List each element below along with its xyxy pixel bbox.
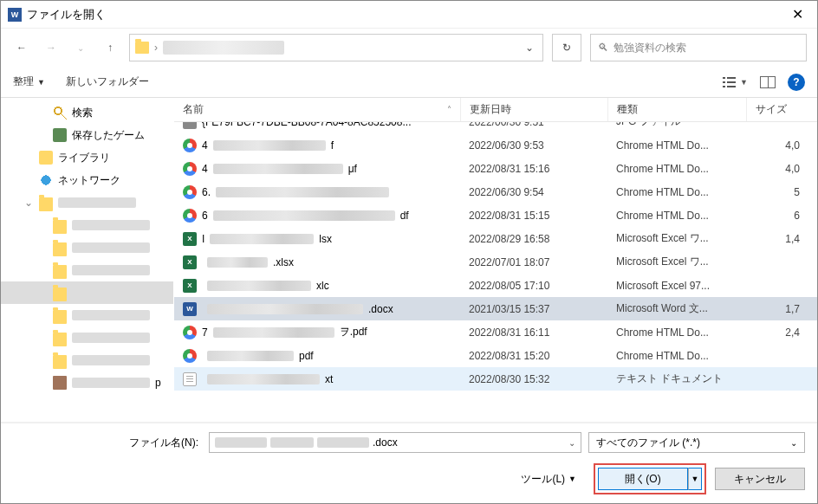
sort-indicator-icon: ˄	[447, 105, 451, 114]
view-options-button[interactable]: ▼	[723, 76, 748, 88]
file-row[interactable]: X.xlsx2022/07/01 18:07Microsoft Excel ワ.…	[174, 250, 817, 274]
column-size[interactable]: サイズ	[746, 98, 817, 121]
file-date: 2022/07/01 18:07	[460, 256, 607, 268]
zip-icon	[53, 376, 67, 390]
chevron-down-icon[interactable]: ⌄	[568, 438, 575, 448]
forward-button[interactable]: →	[41, 37, 62, 58]
help-button[interactable]: ?	[788, 74, 805, 91]
chevron-right-icon: ›	[154, 42, 158, 54]
file-type: Microsoft Excel ワ...	[607, 255, 746, 269]
close-icon[interactable]: ✕	[785, 3, 810, 26]
tree-item[interactable]	[1, 259, 173, 281]
tree-item-label: 保存したゲーム	[72, 128, 145, 143]
tree-item[interactable]: ネットワーク	[1, 169, 173, 191]
file-type: Chrome HTML Do...	[607, 186, 746, 198]
file-row[interactable]: 4μf2022/08/31 15:16Chrome HTML Do...4,0	[174, 157, 817, 180]
filename-blurred	[213, 140, 326, 151]
column-date[interactable]: 更新日時	[460, 98, 607, 121]
tree-item[interactable]: 検索	[1, 101, 173, 124]
chrome-file-icon	[183, 326, 197, 339]
file-row[interactable]: W.docx2021/03/15 15:37Microsoft Word 文..…	[174, 297, 817, 320]
tree-item[interactable]	[1, 236, 173, 259]
preview-pane-icon	[760, 76, 776, 88]
file-row[interactable]: 4f2022/06/30 9:53Chrome HTML Do...4,0	[174, 133, 817, 157]
organize-button[interactable]: 整理 ▼	[13, 74, 45, 89]
folder-icon	[53, 288, 67, 301]
filename-blurred	[207, 257, 268, 268]
open-button-highlight: 開く(O) ▼	[594, 463, 706, 494]
open-button[interactable]: 開く(O)	[598, 468, 688, 490]
file-row[interactable]: 6.2022/06/30 9:54Chrome HTML Do...5	[174, 180, 817, 204]
chevron-down-icon: ▼	[568, 475, 576, 483]
file-type: Chrome HTML Do...	[607, 326, 746, 339]
tree-item[interactable]	[1, 304, 173, 326]
recent-dropdown[interactable]: ⌄	[70, 37, 91, 58]
file-row[interactable]: pdf2022/08/31 15:20Chrome HTML Do...	[174, 344, 817, 367]
tree-item[interactable]	[1, 349, 173, 372]
filename-blurred	[216, 187, 389, 197]
folder-icon	[53, 265, 67, 279]
file-date: 2022/08/31 15:15	[460, 210, 607, 222]
back-button[interactable]: ←	[11, 37, 32, 58]
tree-item-label	[72, 333, 150, 343]
file-row[interactable]: XIlsx2022/08/29 16:58Microsoft Excel ワ..…	[174, 227, 817, 250]
filename-blurred	[213, 210, 395, 221]
up-button[interactable]: ↑	[100, 37, 120, 58]
tree-item[interactable]: p	[1, 372, 173, 394]
excel-file-icon: X	[183, 255, 197, 269]
navigation-tree[interactable]: 検索保存したゲームライブラリネットワーク⌄p	[1, 98, 174, 422]
search-input[interactable]: 🔍︎ 勉強資料の検索	[590, 34, 807, 61]
toolbar: 整理 ▼ 新しいフォルダー ▼ ?	[1, 67, 817, 98]
file-type-filter[interactable]: すべてのファイル (*.*) ⌄	[588, 432, 805, 453]
file-row[interactable]: 6df2022/08/31 15:15Chrome HTML Do...6	[174, 204, 817, 227]
lib-icon	[39, 151, 53, 165]
nav-bar: ← → ⌄ ↑ › ⌄ ↻ 🔍︎ 勉強資料の検索	[1, 29, 817, 67]
tree-item[interactable]	[1, 214, 173, 236]
cancel-button[interactable]: キャンセル	[715, 468, 805, 490]
new-folder-button[interactable]: 新しいフォルダー	[66, 74, 149, 89]
txt-file-icon	[183, 372, 197, 386]
tree-item-label: ネットワーク	[58, 173, 120, 188]
chevron-down-icon: ▼	[37, 78, 45, 87]
file-row[interactable]: Xxlc2022/08/05 17:10Microsoft Excel 97..…	[174, 274, 817, 297]
tree-item-label: ライブラリ	[58, 151, 110, 165]
address-bar[interactable]: › ⌄	[129, 34, 543, 61]
file-size: 6	[746, 210, 817, 222]
file-date: 2022/00/30 9:51	[460, 122, 607, 128]
tree-item-label	[72, 220, 150, 230]
tree-item[interactable]: 保存したゲーム	[1, 124, 173, 146]
path-breadcrumb[interactable]	[163, 41, 284, 55]
file-date: 2022/06/30 9:53	[460, 139, 607, 152]
chrome-file-icon	[183, 209, 197, 223]
file-row[interactable]: xt2022/08/30 15:32テキスト ドキュメント	[174, 367, 817, 391]
chevron-down-icon: ⌄	[790, 438, 797, 448]
column-name[interactable]: 名前 ˄	[174, 98, 460, 121]
file-row[interactable]: {FE79FBC7-7DBE-BB08-7A04-8AC852508...202…	[174, 122, 817, 133]
tree-item-label	[72, 310, 150, 320]
file-date: 2022/08/29 16:58	[460, 233, 607, 245]
file-date: 2022/08/31 15:20	[460, 350, 607, 362]
tree-item[interactable]: ⌄	[1, 191, 173, 214]
filename-input[interactable]: .docx ⌄	[209, 432, 581, 453]
address-dropdown-icon[interactable]: ⌄	[522, 42, 537, 54]
open-split-dropdown[interactable]: ▼	[688, 468, 702, 490]
folder-icon	[135, 42, 149, 54]
folder-icon	[53, 310, 67, 324]
word-app-icon: W	[8, 8, 22, 22]
folder-icon	[39, 197, 53, 211]
refresh-button[interactable]: ↻	[552, 34, 581, 61]
file-date: 2021/03/15 15:37	[460, 303, 607, 315]
file-row[interactable]: 7ヲ.pdf2022/08/31 16:11Chrome HTML Do...2…	[174, 320, 817, 344]
search-icon: 🔍︎	[598, 42, 608, 54]
column-type[interactable]: 種類	[607, 98, 746, 121]
file-size: 5	[746, 186, 817, 198]
excel-file-icon: X	[183, 279, 197, 293]
search-icon	[53, 106, 67, 120]
tools-dropdown[interactable]: ツール(L) ▼	[521, 472, 576, 487]
tree-item[interactable]	[1, 281, 173, 304]
filename-label: ファイル名(N):	[13, 436, 202, 450]
preview-pane-button[interactable]	[760, 76, 776, 88]
chrome-file-icon	[183, 162, 197, 176]
tree-item[interactable]	[1, 326, 173, 349]
tree-item[interactable]: ライブラリ	[1, 146, 173, 169]
